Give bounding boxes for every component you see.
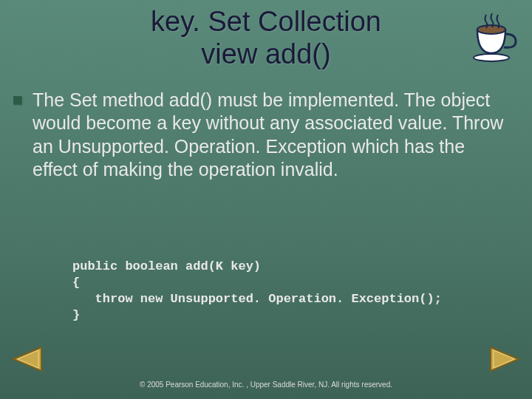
bullet-square-icon <box>13 96 21 104</box>
slide-title: key. Set Collection view add() <box>0 0 532 70</box>
prev-slide-button[interactable] <box>10 344 44 377</box>
bullet-text: The Set method add() must be implemented… <box>33 89 503 180</box>
svg-point-1 <box>477 25 505 34</box>
svg-point-0 <box>474 54 509 61</box>
next-slide-button[interactable] <box>488 344 522 377</box>
teacup-icon <box>460 7 519 66</box>
body-content: The Set method add() must be implemented… <box>30 89 510 181</box>
title-line-1: key. Set Collection <box>151 6 381 37</box>
title-line-2: view add() <box>201 38 330 69</box>
code-snippet: public boolean add(K key) { throw new Un… <box>72 259 442 324</box>
copyright-footer: © 2005 Pearson Education, Inc. , Upper S… <box>0 381 532 389</box>
bullet-item: The Set method add() must be implemented… <box>30 89 510 181</box>
